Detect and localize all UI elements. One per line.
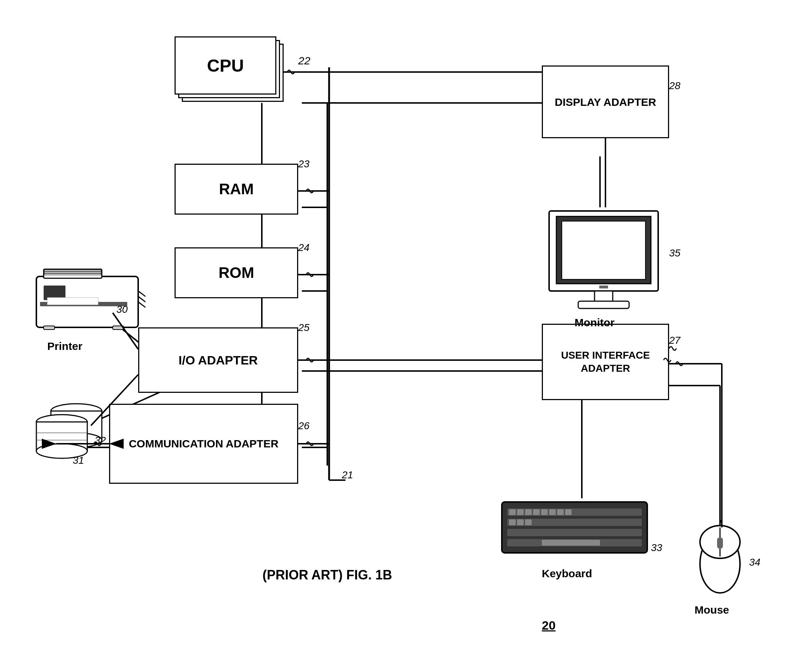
svg-line-58	[138, 302, 145, 313]
svg-rect-22	[595, 291, 613, 302]
figure-title: (PRIOR ART) FIG. 1B	[255, 567, 400, 583]
svg-rect-32	[525, 509, 532, 515]
svg-rect-50	[44, 274, 101, 275]
io-ref: 25	[298, 322, 310, 333]
svg-rect-41	[542, 540, 600, 546]
svg-rect-55	[113, 326, 124, 330]
svg-rect-30	[509, 509, 516, 515]
svg-rect-24	[599, 285, 608, 288]
ram-ref: 23	[298, 158, 310, 170]
printer-ref: 30	[116, 304, 128, 315]
svg-rect-33	[533, 509, 540, 515]
mouse-icon	[691, 520, 749, 600]
rom-ref: 24	[298, 242, 310, 254]
cpu-ref: 22	[298, 54, 310, 67]
svg-line-56	[138, 291, 145, 302]
svg-rect-45	[717, 537, 723, 549]
svg-rect-54	[44, 326, 54, 330]
svg-rect-38	[509, 519, 516, 525]
disk-ref: 31	[73, 455, 84, 466]
svg-rect-34	[541, 509, 548, 515]
svg-rect-49	[44, 272, 101, 273]
svg-rect-53	[47, 298, 98, 305]
svg-rect-35	[549, 509, 556, 515]
svg-rect-36	[557, 509, 563, 515]
svg-line-57	[138, 297, 145, 307]
display-adapter-box: DISPLAY ADAPTER	[542, 66, 669, 138]
ram-box: RAM	[175, 164, 298, 214]
svg-rect-40	[525, 519, 532, 525]
keyboard-label: Keyboard	[542, 567, 592, 580]
keyboard-icon	[498, 498, 651, 564]
comm-arrow-ref: 32	[94, 435, 106, 446]
figure-ref: 20	[542, 618, 556, 633]
io-adapter-box: I/O ADAPTER	[138, 327, 298, 393]
rom-box: ROM	[175, 247, 298, 298]
ui-adapter-ref: 27	[669, 335, 680, 346]
printer-label: Printer	[47, 340, 82, 353]
svg-rect-31	[517, 509, 524, 515]
mouse-ref: 34	[749, 557, 760, 568]
svg-rect-48	[44, 270, 101, 271]
comm-adapter-box: COMMUNICATION ADAPTER	[109, 404, 298, 484]
display-adapter-ref: 28	[669, 80, 680, 92]
diagram-container: CPU 22 RAM 23 ROM 24 I/O ADAPTER 25 COMM…	[0, 0, 812, 666]
svg-rect-21	[562, 221, 646, 279]
monitor-label: Monitor	[575, 317, 614, 329]
printer-icon	[29, 255, 145, 338]
svg-rect-39	[517, 519, 524, 525]
monitor-ref: 35	[669, 247, 680, 259]
svg-rect-37	[565, 509, 572, 515]
monitor-icon	[542, 207, 665, 317]
ui-adapter-box: USER INTERFACE ADAPTER	[542, 324, 669, 400]
comm-ref: 26	[298, 420, 310, 432]
svg-rect-23	[578, 301, 629, 308]
keyboard-ref: 33	[651, 542, 662, 554]
svg-rect-28	[507, 529, 642, 536]
bus-ref: 21	[342, 469, 353, 481]
mouse-label: Mouse	[695, 604, 729, 616]
